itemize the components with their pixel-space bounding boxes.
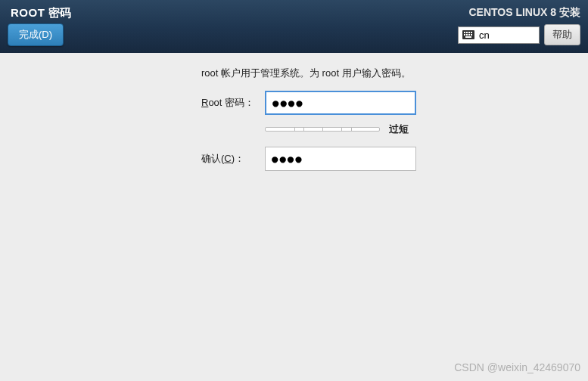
confirm-label: 确认(C)： — [201, 152, 265, 166]
page-title: ROOT 密码 — [11, 6, 72, 20]
keyboard-layout-text: cn — [479, 29, 490, 41]
header-right: CENTOS LINUX 8 安装 — [458, 6, 580, 45]
svg-rect-7 — [468, 34, 470, 36]
svg-rect-5 — [464, 34, 465, 36]
help-button-label: 帮助 — [552, 29, 572, 40]
confirm-password-input[interactable] — [265, 147, 416, 171]
done-button-label: 完成(D) — [19, 29, 52, 40]
confirm-row: 确认(C)： — [201, 147, 573, 171]
done-button[interactable]: 完成(D) — [8, 23, 64, 46]
header-right-row: cn 帮助 — [458, 24, 580, 45]
keyboard-icon — [462, 30, 474, 39]
help-button[interactable]: 帮助 — [544, 24, 580, 45]
header-bar: ROOT 密码 完成(D) CENTOS LINUX 8 安装 — [0, 0, 588, 53]
root-password-input[interactable] — [265, 91, 416, 115]
distro-name: CENTOS LINUX 8 安装 — [468, 6, 580, 20]
password-label: Root 密码： — [201, 96, 265, 110]
svg-rect-6 — [466, 34, 468, 36]
content-area: root 帐户用于管理系统。为 root 用户输入密码。 Root 密码： 过短… — [0, 53, 588, 194]
password-row: Root 密码： — [201, 91, 573, 115]
instruction-text: root 帐户用于管理系统。为 root 用户输入密码。 — [201, 67, 573, 80]
svg-rect-8 — [471, 34, 472, 36]
password-strength-meter — [265, 127, 380, 132]
header-left: ROOT 密码 完成(D) — [8, 6, 72, 46]
strength-row: 过短 — [265, 122, 573, 136]
svg-rect-1 — [464, 32, 465, 33]
svg-rect-3 — [468, 32, 470, 33]
svg-rect-4 — [471, 32, 472, 33]
password-strength-label: 过短 — [389, 122, 409, 136]
watermark-text: CSDN @weixin_42469070 — [454, 361, 580, 373]
svg-rect-2 — [466, 32, 468, 33]
keyboard-layout-indicator[interactable]: cn — [458, 26, 540, 44]
svg-rect-9 — [465, 36, 471, 38]
